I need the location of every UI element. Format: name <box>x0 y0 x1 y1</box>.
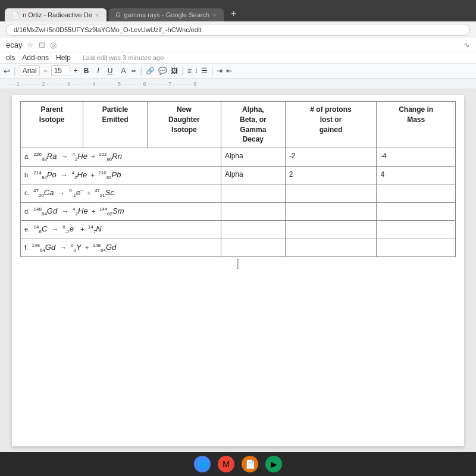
decay-type-b: Alpha <box>221 166 286 184</box>
tab-gamma[interactable]: G gamma rays - Google Search × <box>109 8 224 21</box>
protons-b: 2 <box>285 166 377 184</box>
image-icon[interactable]: 🖼 <box>171 67 178 75</box>
undo-icon[interactable]: ↩ <box>4 67 10 76</box>
browser-chrome: 📄 n Ortiz - Radioactive De × G gamma ray… <box>0 0 476 21</box>
protons-c <box>285 184 377 202</box>
taskbar-docs-icon[interactable]: 📄 <box>242 456 258 472</box>
decay-type-c <box>221 184 286 202</box>
tab-radioactive[interactable]: 📄 n Ortiz - Radioactive De × <box>5 8 107 21</box>
font-selector[interactable]: Arial <box>20 67 40 75</box>
formula-cell-e: e. 146C → 0-1e− + 147N <box>21 221 221 239</box>
tab1-label: n Ortiz - Radioactive De <box>23 11 92 18</box>
comment-icon[interactable]: 💬 <box>158 67 167 75</box>
autosave-status: Last edit was 3 minutes ago <box>83 54 164 61</box>
font-size-input[interactable]: 15 <box>51 65 70 76</box>
table-row: a. 22688Ra → 42He + 22286Rn Alpha -2 -4 <box>21 148 456 166</box>
indent-icon[interactable]: ⇥ <box>217 67 223 75</box>
ruler: · · · 1 · · · · · · · 2 · · · · · · · 3 … <box>0 79 476 89</box>
taskbar-browser-icon[interactable]: 🌐 <box>194 456 211 472</box>
text-color-icon: ✏ <box>131 68 136 74</box>
docs-title: ecay <box>6 40 22 49</box>
decay-type-e <box>221 221 286 239</box>
row-label-e: e. <box>24 226 30 233</box>
formula-cell-d: d. 14864Gd → 42He + 14462Sm <box>21 202 221 220</box>
row-label-c: c. <box>24 189 30 196</box>
chart-icon: ∿ <box>464 40 470 49</box>
address-bar <box>0 21 476 38</box>
address-input[interactable] <box>6 24 470 36</box>
menu-tools[interactable]: ols <box>6 54 15 62</box>
table-row: b. 21484Po → 42He + 21082Pb Alpha 2 4 <box>21 166 456 184</box>
decay-type-a: Alpha <box>221 148 286 166</box>
taskbar-mail-icon[interactable]: M <box>218 456 234 472</box>
taskbar: 🌐 M 📄 ▶ <box>0 452 476 476</box>
toolbar-sep1: | <box>14 66 16 76</box>
page-content: ParentIsotope ParticleEmitted NewDaughte… <box>0 89 476 452</box>
tab2-label: gamma rays - Google Search <box>124 11 209 18</box>
docs-top-bar: ecay ☆ ⊡ ◎ ∿ <box>0 38 476 52</box>
new-tab-button[interactable]: + <box>226 6 241 21</box>
underline-button[interactable]: U <box>105 66 115 76</box>
mass-change-f <box>377 239 456 256</box>
header-particle-emitted: ParticleEmitted <box>83 102 148 148</box>
tab-icon-google: G <box>116 12 121 18</box>
align-icon[interactable]: ≡ <box>187 67 192 75</box>
formula-cell-a: a. 22688Ra → 42He + 22286Rn <box>21 148 221 166</box>
header-decay-type: Alpha,Beta, orGammaDecay <box>221 102 286 148</box>
list-icon[interactable]: ☰ <box>201 67 208 75</box>
tab1-close[interactable]: × <box>96 12 99 18</box>
link-icon[interactable]: 🔗 <box>146 67 155 75</box>
menu-help[interactable]: Help <box>56 54 71 62</box>
header-mass-change: Change inMass <box>377 102 456 148</box>
table-row: f. 14864Gd → 00Y + 14864Gd <box>21 239 456 256</box>
row-label-a: a. <box>24 153 30 160</box>
docs-toolbar: ↩ | Arial − 15 + B I U A ✏ | 🔗 💬 🖼 | ≡ ⁝… <box>0 64 476 79</box>
header-protons: # of protonslost orgained <box>285 102 377 148</box>
outdent-icon[interactable]: ⇤ <box>226 67 232 75</box>
row-label-d: d. <box>24 208 30 215</box>
cursor-indicator: ┊ <box>20 257 456 271</box>
mass-change-c <box>377 184 456 202</box>
header-new-daughter: NewDaughterIsotope <box>147 102 221 148</box>
protons-e <box>285 221 377 239</box>
toolbar-sep3: | <box>181 66 184 76</box>
tab2-close[interactable]: × <box>213 12 217 18</box>
tab-icon-docs: 📄 <box>12 12 19 18</box>
docs-menu-bar: ols Add-ons Help Last edit was 3 minutes… <box>0 52 476 64</box>
drive-icon[interactable]: ⊡ <box>39 40 45 49</box>
table-row: e. 146C → 0-1e− + 147N <box>21 221 456 239</box>
ruler-mark1: · · · 1 · · · · · · · 2 · · · · · · · 3 … <box>8 81 197 87</box>
table-header-row: ParentIsotope ParticleEmitted NewDaughte… <box>21 102 456 148</box>
font-minus[interactable]: − <box>43 67 48 75</box>
bold-button[interactable]: B <box>82 66 92 76</box>
menu-addons[interactable]: Add-ons <box>22 54 49 62</box>
protons-f <box>285 239 377 256</box>
doc-page: ParentIsotope ParticleEmitted NewDaughte… <box>12 95 464 446</box>
mass-change-b: 4 <box>377 166 456 184</box>
decay-type-f <box>221 239 286 256</box>
font-name[interactable]: Arial <box>20 65 40 76</box>
header-parent-isotope: ParentIsotope <box>21 102 83 148</box>
mass-change-a: -4 <box>377 148 456 166</box>
linespace-icon[interactable]: ⁝ <box>195 67 198 75</box>
protons-d <box>285 202 377 220</box>
docs-area: ecay ☆ ⊡ ◎ ∿ ols Add-ons Help Last edit … <box>0 38 476 452</box>
row-label-b: b. <box>24 171 30 178</box>
row-label-f: f. <box>24 244 28 251</box>
table-row: d. 14864Gd → 42He + 14462Sm <box>21 202 456 220</box>
decay-type-d <box>221 202 286 220</box>
star-icon[interactable]: ☆ <box>27 40 34 49</box>
font-plus[interactable]: + <box>74 67 78 75</box>
italic-button[interactable]: I <box>95 66 101 76</box>
decay-table: ParentIsotope ParticleEmitted NewDaughte… <box>20 101 456 257</box>
formula-cell-c: c. 4720Ca → 0-1e− + 4721Sc <box>21 184 221 202</box>
mass-change-d <box>377 202 456 220</box>
toolbar-sep4: | <box>211 66 214 76</box>
toolbar-sep2: | <box>140 66 142 76</box>
formula-cell-b: b. 21484Po → 42He + 21082Pb <box>21 166 221 184</box>
taskbar-play-icon[interactable]: ▶ <box>265 456 282 472</box>
text-color-button[interactable]: A <box>118 66 128 76</box>
mass-change-e <box>377 221 456 239</box>
protons-a: -2 <box>285 148 377 166</box>
profile-icon[interactable]: ◎ <box>50 40 57 49</box>
